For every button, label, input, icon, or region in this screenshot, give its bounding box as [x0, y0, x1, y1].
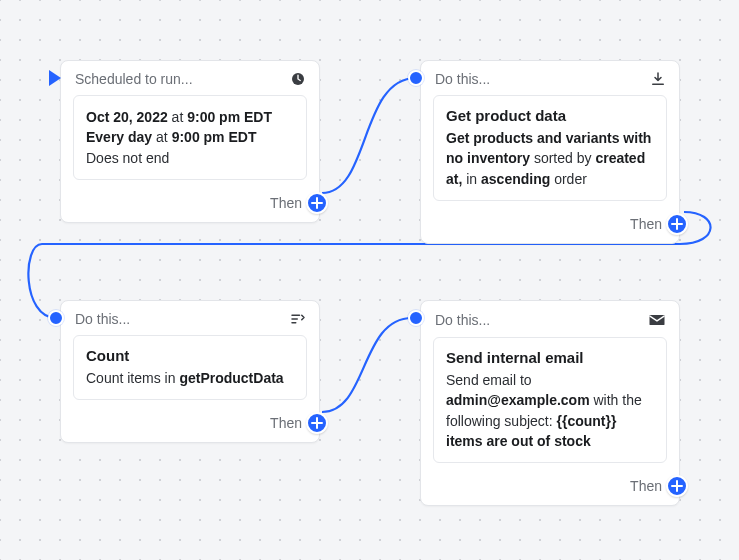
then-label: Then	[270, 415, 302, 431]
play-icon	[49, 70, 61, 86]
card-body: Oct 20, 2022 at 9:00 pm EDT Every day at…	[73, 95, 307, 180]
workflow-card-action[interactable]: Do this... Get product data Get products…	[420, 60, 680, 244]
add-step-button[interactable]	[306, 412, 328, 434]
card-header-label: Do this...	[435, 312, 639, 328]
svg-rect-1	[650, 315, 665, 325]
card-header-label: Scheduled to run...	[75, 71, 281, 87]
node-connector-dot	[408, 310, 424, 326]
clock-icon	[289, 70, 307, 88]
card-body: Send internal email Send email to admin@…	[433, 337, 667, 463]
filter-icon	[289, 310, 307, 328]
card-title: Get product data	[446, 107, 654, 124]
card-body: Get product data Get products and varian…	[433, 95, 667, 201]
add-step-button[interactable]	[666, 213, 688, 235]
mail-icon	[647, 310, 667, 330]
workflow-card-trigger[interactable]: Scheduled to run... Oct 20, 2022 at 9:00…	[60, 60, 320, 223]
then-label: Then	[630, 478, 662, 494]
card-body: Count Count items in getProductData	[73, 335, 307, 400]
node-connector-dot	[48, 310, 64, 326]
card-header-label: Do this...	[435, 71, 641, 87]
add-step-button[interactable]	[306, 192, 328, 214]
node-connector-dot	[408, 70, 424, 86]
then-label: Then	[630, 216, 662, 232]
workflow-card-action[interactable]: Do this... Send internal email Send emai…	[420, 300, 680, 506]
card-title: Send internal email	[446, 349, 654, 366]
card-title: Count	[86, 347, 294, 364]
import-icon	[649, 70, 667, 88]
add-step-button[interactable]	[666, 475, 688, 497]
card-header-label: Do this...	[75, 311, 281, 327]
then-label: Then	[270, 195, 302, 211]
workflow-card-action[interactable]: Do this... Count Count items in getProdu…	[60, 300, 320, 443]
